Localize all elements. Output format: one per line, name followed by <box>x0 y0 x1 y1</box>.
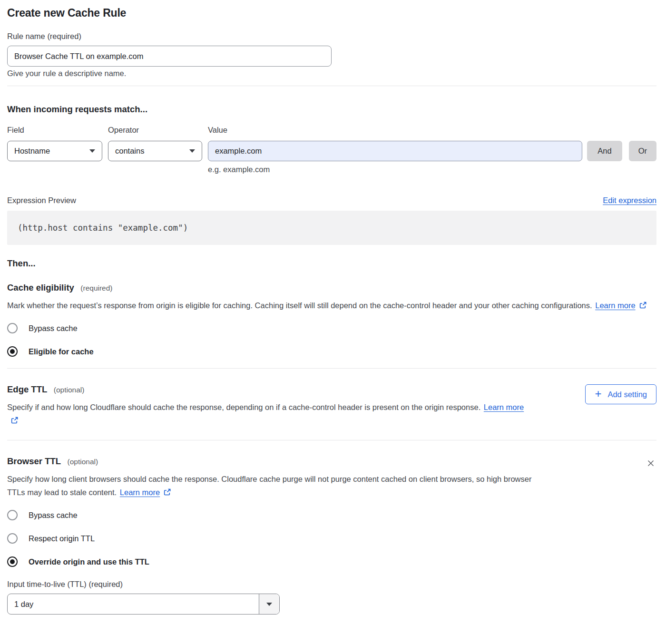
section-divider <box>7 86 656 86</box>
operator-column-label: Operator <box>108 126 202 135</box>
match-controls-row: Hostname contains And Or <box>7 141 656 161</box>
expression-preview-label: Expression Preview <box>7 196 76 205</box>
radio-browser-bypass-cache[interactable]: Bypass cache <box>7 510 78 520</box>
browser-ttl-radio-group: Bypass cache Respect origin TTL Override… <box>7 510 656 567</box>
radio-circle <box>7 346 18 357</box>
or-button[interactable]: Or <box>629 141 656 161</box>
match-column-labels: Field Operator Value <box>7 126 656 135</box>
radio-label: Respect origin TTL <box>29 534 95 543</box>
cache-eligibility-required-tag: (required) <box>80 284 112 292</box>
ttl-select-value: 1 day <box>8 600 33 609</box>
radio-bypass-cache[interactable]: Bypass cache <box>7 323 78 333</box>
ttl-input-label: Input time-to-live (TTL) (required) <box>7 580 656 589</box>
browser-ttl-heading-row: Browser TTL (optional) <box>7 456 634 467</box>
rule-name-input[interactable] <box>7 46 332 67</box>
field-select[interactable]: Hostname <box>7 141 102 161</box>
field-select-value: Hostname <box>14 146 50 156</box>
value-input[interactable] <box>208 141 582 161</box>
add-setting-button[interactable]: + Add setting <box>585 384 656 404</box>
radio-circle <box>7 533 18 544</box>
edge-ttl-optional-tag: (optional) <box>54 386 85 394</box>
radio-circle <box>7 556 18 567</box>
browser-ttl-description: Specify how long client browsers should … <box>7 472 533 499</box>
then-heading: Then... <box>7 258 656 269</box>
cache-eligibility-description: Mark whether the request’s response from… <box>7 299 647 312</box>
value-column-label: Value <box>208 126 227 135</box>
operator-select-value: contains <box>115 146 144 156</box>
create-cache-rule-form: Create new Cache Rule Rule name (require… <box>0 0 666 623</box>
browser-ttl-learn-more-link[interactable]: Learn more <box>120 488 171 497</box>
browser-ttl-description-text: Specify how long client browsers should … <box>7 475 531 497</box>
learn-more-label: Learn more <box>595 301 635 310</box>
edge-ttl-section: Edge TTL (optional) Specify if and how l… <box>7 369 656 427</box>
cache-eligibility-learn-more-link[interactable]: Learn more <box>595 301 646 310</box>
browser-ttl-heading: Browser TTL <box>7 456 61 466</box>
edit-expression-link[interactable]: Edit expression <box>603 196 656 205</box>
chevron-down-icon <box>89 149 95 153</box>
plus-icon: + <box>595 388 601 400</box>
close-icon <box>646 459 656 468</box>
edge-ttl-description-text: Specify if and how long Cloudflare shoul… <box>7 403 480 411</box>
match-heading: When incoming requests match... <box>7 104 656 115</box>
browser-ttl-optional-tag: (optional) <box>68 458 98 466</box>
edge-ttl-heading: Edge TTL <box>7 384 47 394</box>
browser-ttl-section: Browser TTL (optional) Specify how long … <box>7 440 656 615</box>
expression-code: (http.host contains "example.com") <box>18 223 188 233</box>
cache-eligibility-heading-row: Cache eligibility (required) <box>7 283 656 293</box>
rule-name-label: Rule name (required) <box>7 32 656 41</box>
radio-label: Override origin and use this TTL <box>29 557 149 566</box>
expression-preview-row: Expression Preview Edit expression <box>7 196 656 205</box>
radio-label: Bypass cache <box>29 324 78 333</box>
remove-browser-ttl-button[interactable] <box>645 458 656 470</box>
operator-select[interactable]: contains <box>108 141 202 161</box>
external-link-icon <box>163 488 171 496</box>
radio-circle <box>7 323 18 333</box>
and-button[interactable]: And <box>587 141 622 161</box>
edge-ttl-description: Specify if and how long Cloudflare shoul… <box>7 400 533 427</box>
field-column-label: Field <box>7 126 102 135</box>
add-setting-label: Add setting <box>607 390 647 399</box>
radio-label: Bypass cache <box>29 511 78 520</box>
chevron-down-icon <box>189 149 195 153</box>
external-link-icon <box>10 416 19 424</box>
radio-label: Eligible for cache <box>29 347 94 356</box>
cache-eligibility-description-text: Mark whether the request’s response from… <box>7 301 592 310</box>
radio-circle <box>7 510 18 520</box>
ttl-select[interactable]: 1 day <box>7 594 280 615</box>
external-link-icon <box>639 301 647 309</box>
radio-override-origin-ttl[interactable]: Override origin and use this TTL <box>7 556 149 567</box>
cache-eligibility-heading: Cache eligibility <box>7 283 74 293</box>
page-title: Create new Cache Rule <box>7 7 656 20</box>
radio-eligible-for-cache[interactable]: Eligible for cache <box>7 346 94 357</box>
rule-name-helper: Give your rule a descriptive name. <box>7 69 656 78</box>
learn-more-label: Learn more <box>484 403 524 411</box>
edge-ttl-heading-row: Edge TTL (optional) <box>7 384 574 395</box>
radio-respect-origin-ttl[interactable]: Respect origin TTL <box>7 533 95 544</box>
learn-more-label: Learn more <box>120 488 160 497</box>
cache-eligibility-radio-group: Bypass cache Eligible for cache <box>7 323 656 357</box>
chevron-down-icon <box>259 594 279 614</box>
value-helper: e.g. example.com <box>208 165 656 174</box>
expression-code-block: (http.host contains "example.com") <box>7 211 656 245</box>
